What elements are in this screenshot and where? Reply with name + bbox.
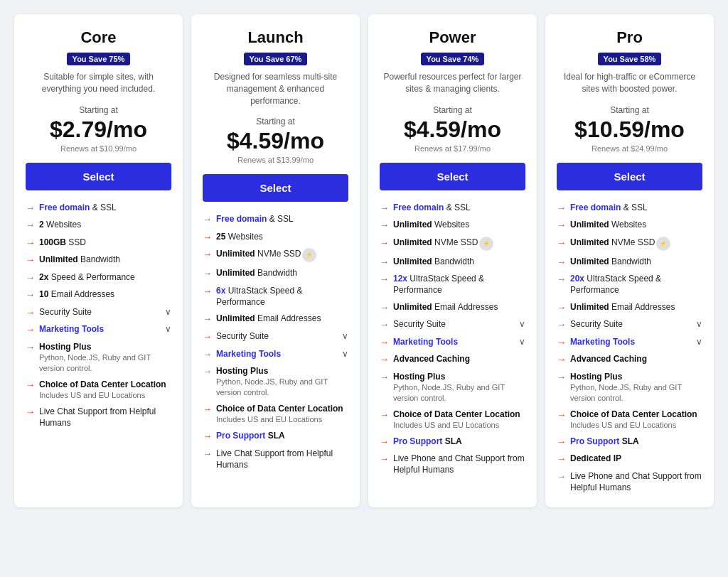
feature-item-power-7[interactable]: →Marketing Tools∨ <box>380 336 525 349</box>
feature-item-power-3: →Unlimited Bandwidth <box>380 256 525 269</box>
feature-bold-label: 100GB <box>39 237 66 247</box>
feature-text: Email Addresses <box>255 313 321 323</box>
feature-bold-label: Unlimited <box>216 313 255 323</box>
feature-item-core-5: →10 Email Addresses <box>26 288 171 301</box>
arrow-icon: → <box>203 403 212 416</box>
plan-title-core: Core <box>26 28 171 47</box>
feature-list-power: →Free domain & SSL→Unlimited Websites→Un… <box>380 202 525 476</box>
feature-bold-label: Unlimited <box>393 237 432 247</box>
free-domain-link: Free domain <box>216 214 267 224</box>
marketing-tools-label: Marketing Tools <box>393 336 458 347</box>
pro-support-link: Pro Support <box>570 436 619 446</box>
arrow-icon: → <box>380 353 389 366</box>
feature-section-title: Choice of Data Center Location <box>570 409 697 420</box>
chevron-down-icon: ∨ <box>342 330 348 342</box>
feature-text: Bandwidth <box>609 257 651 266</box>
feature-bold-plain: Dedicated IP <box>570 453 621 464</box>
feature-item-core-9: →Choice of Data Center LocationIncludes … <box>26 379 171 401</box>
feature-item-power-11: →Pro Support SLA <box>380 436 525 448</box>
feature-item-core-1: →2 Websites <box>26 219 171 232</box>
security-suite-label: Security Suite <box>39 306 92 318</box>
free-domain-link: Free domain <box>39 203 90 212</box>
arrow-icon: → <box>557 256 566 269</box>
feature-list-core: →Free domain & SSL→2 Websites→100GB SSD→… <box>26 202 171 429</box>
arrow-icon: → <box>203 330 212 343</box>
feature-item-pro-12: →Dedicated IP <box>557 453 702 465</box>
save-badge-core: You Save 75% <box>67 53 131 65</box>
ultrastack-label: UltraStack Speed & Performance <box>570 274 661 295</box>
feature-item-core-6[interactable]: →Security Suite∨ <box>26 306 171 319</box>
feature-item-pro-13: →Live Phone and Chat Support from Helpfu… <box>557 470 702 493</box>
arrow-icon: → <box>557 202 566 215</box>
plan-desc-pro: Ideal for high-traffic or eCommerce site… <box>557 71 702 95</box>
arrow-icon: → <box>557 237 566 249</box>
plans-container: CoreYou Save 75%Suitable for simple site… <box>14 14 714 507</box>
feature-bold-label: 10 <box>39 289 48 299</box>
feature-bold-label: Unlimited <box>216 268 255 278</box>
feature-item-launch-10: →Pro Support SLA <box>203 430 348 443</box>
feature-item-power-8: →Advanced Caching <box>380 353 525 366</box>
arrow-icon: → <box>380 202 389 215</box>
feature-text: Email Addresses <box>48 289 114 299</box>
feature-item-pro-6[interactable]: →Security Suite∨ <box>557 318 702 331</box>
feature-item-power-10: →Choice of Data Center LocationIncludes … <box>380 409 525 431</box>
arrow-icon: → <box>203 248 212 261</box>
plan-title-power: Power <box>380 28 525 47</box>
marketing-tools-label: Marketing Tools <box>216 348 281 360</box>
feature-section-title: Choice of Data Center Location <box>39 379 166 390</box>
feature-text: Bandwidth <box>78 254 120 264</box>
arrow-icon: → <box>380 318 389 331</box>
feature-item-power-6[interactable]: →Security Suite∨ <box>380 318 525 331</box>
feature-text: Bandwidth <box>255 268 297 278</box>
ultrastack-multiplier: 20x <box>570 274 584 284</box>
feature-section-title: Choice of Data Center Location <box>216 403 343 414</box>
feature-item-launch-7[interactable]: →Marketing Tools∨ <box>203 348 348 361</box>
arrow-icon: → <box>203 365 212 378</box>
pro-support-link: Pro Support <box>216 431 265 441</box>
feature-item-launch-3: →Unlimited Bandwidth <box>203 267 348 280</box>
ultrastack-multiplier: 12x <box>393 274 407 284</box>
arrow-icon: → <box>26 341 35 354</box>
feature-text: SSD <box>66 237 86 247</box>
arrow-icon: → <box>380 301 389 314</box>
speed-badge-icon: ⚡ <box>656 237 670 251</box>
feature-item-pro-3: →Unlimited Bandwidth <box>557 256 702 269</box>
arrow-icon: → <box>557 453 566 465</box>
feature-item-core-7[interactable]: →Marketing Tools∨ <box>26 323 171 336</box>
speed-badge-icon: ⚡ <box>302 248 316 262</box>
feature-item-core-4: →2x Speed & Performance <box>26 271 171 284</box>
feature-sub-text: Python, Node.JS, Ruby and GIT version co… <box>39 352 171 374</box>
free-domain-link: Free domain <box>393 203 444 212</box>
feature-text: Websites <box>225 232 262 242</box>
feature-text: Bandwidth <box>432 257 474 266</box>
feature-item-launch-6[interactable]: →Security Suite∨ <box>203 330 348 343</box>
plan-desc-launch: Designed for seamless multi-site managem… <box>203 71 348 107</box>
marketing-tools-label: Marketing Tools <box>570 336 635 347</box>
feature-item-pro-4: →20x UltraStack Speed & Performance <box>557 273 702 296</box>
feature-list-launch: →Free domain & SSL→25 Websites→Unlimited… <box>203 213 348 470</box>
save-badge-launch: You Save 67% <box>244 53 308 65</box>
select-button-launch[interactable]: Select <box>203 174 348 202</box>
feature-bold-plain: Advanced Caching <box>570 353 647 365</box>
select-button-pro[interactable]: Select <box>557 163 702 190</box>
select-button-core[interactable]: Select <box>26 163 171 190</box>
feature-item-core-10: →Live Chat Support from Helpful Humans <box>26 406 171 428</box>
feature-text: NVMe SSD <box>432 237 478 247</box>
price-power: $4.59/mo <box>380 117 525 143</box>
chevron-down-icon: ∨ <box>519 336 525 347</box>
arrow-icon: → <box>26 379 35 392</box>
feature-section-title: Hosting Plus <box>216 365 348 377</box>
select-button-power[interactable]: Select <box>380 163 525 190</box>
feature-item-power-4: →12x UltraStack Speed & Performance <box>380 273 525 296</box>
arrow-icon: → <box>380 453 389 465</box>
ssl-text: & SSL <box>267 214 293 224</box>
arrow-icon: → <box>557 409 566 421</box>
feature-text: Websites <box>609 220 646 230</box>
security-suite-label: Security Suite <box>393 318 446 330</box>
feature-text: Websites <box>432 220 469 230</box>
feature-plain-text: Live Phone and Chat Support from Helpful… <box>570 470 702 493</box>
feature-item-pro-7[interactable]: →Marketing Tools∨ <box>557 336 702 349</box>
feature-text: Speed & Performance <box>48 272 134 282</box>
arrow-icon: → <box>26 271 35 284</box>
feature-plain-text: Live Chat Support from Helpful Humans <box>39 406 171 428</box>
